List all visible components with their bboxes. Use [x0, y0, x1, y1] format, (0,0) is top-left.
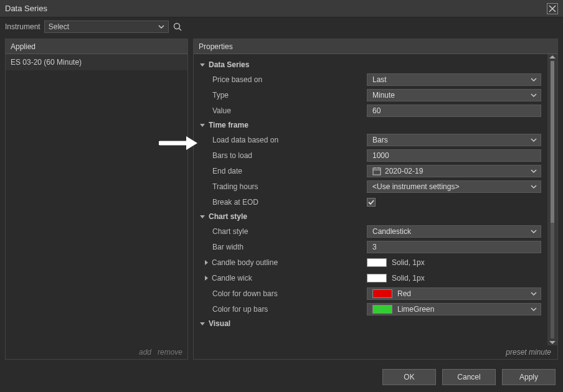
row-bar-width: Bar width 3 — [195, 239, 547, 254]
properties-body: Data Series Price based on Last Type Min… — [194, 54, 557, 345]
row-load-data-based-on: Load data based on Bars — [195, 132, 547, 147]
chevron-down-icon — [531, 306, 537, 312]
dropdown-price-based-on[interactable]: Last — [367, 73, 541, 86]
ok-button[interactable]: OK — [382, 369, 436, 385]
section-title: Time frame — [209, 121, 248, 129]
chevron-down-icon — [531, 92, 537, 98]
scroll-down-icon[interactable] — [549, 341, 556, 344]
display-candle-wick[interactable]: Solid, 1px — [367, 272, 541, 284]
applied-item[interactable]: ES 03-20 (60 Minute) — [6, 54, 187, 71]
chevron-down-icon — [531, 168, 537, 174]
properties-footer: preset minute — [194, 345, 557, 359]
input-bar-width[interactable]: 3 — [367, 241, 541, 253]
dropdown-trading-hours[interactable]: <Use instrument settings> — [367, 180, 541, 193]
search-icon[interactable] — [173, 22, 182, 32]
row-price-based-on: Price based on Last — [195, 72, 547, 87]
chevron-down-icon — [531, 291, 537, 297]
properties-scroll: Data Series Price based on Last Type Min… — [194, 54, 547, 345]
section-data-series[interactable]: Data Series — [195, 58, 547, 72]
applied-footer: add remove — [6, 345, 187, 359]
section-visual[interactable]: Visual — [195, 317, 547, 330]
check-icon — [368, 199, 374, 205]
instrument-select[interactable]: Select — [44, 21, 169, 33]
window-title: Data Series — [5, 4, 47, 13]
display-candle-body-outline[interactable]: Solid, 1px — [367, 256, 541, 269]
add-link[interactable]: add — [139, 348, 151, 357]
color-swatch — [367, 258, 387, 267]
dropdown-type[interactable]: Minute — [367, 89, 541, 101]
section-title: Visual — [209, 319, 230, 328]
close-icon — [549, 5, 556, 12]
checkbox-break-at-eod[interactable] — [367, 198, 376, 207]
properties-header: Properties — [194, 39, 557, 54]
instrument-label: Instrument — [5, 22, 40, 31]
color-swatch — [372, 289, 392, 298]
color-swatch — [372, 305, 392, 314]
chevron-down-icon — [531, 184, 537, 190]
label-color-down: Color for down bars — [197, 289, 367, 298]
label-trading-hours: Trading hours — [197, 182, 367, 191]
label-chart-style: Chart style — [197, 227, 367, 236]
applied-list: ES 03-20 (60 Minute) — [6, 54, 187, 345]
dropdown-load-data[interactable]: Bars — [367, 134, 541, 146]
row-type: Type Minute — [195, 87, 547, 103]
label-end-date: End date — [197, 167, 367, 175]
label-bar-width: Bar width — [197, 243, 367, 251]
section-title: Chart style — [209, 212, 247, 221]
section-time-frame[interactable]: Time frame — [195, 118, 547, 132]
preset-label[interactable]: preset minute — [506, 348, 551, 357]
section-chart-style[interactable]: Chart style — [195, 210, 547, 223]
apply-button[interactable]: Apply — [502, 369, 556, 385]
expand-right-icon[interactable] — [205, 276, 208, 281]
chevron-down-icon — [531, 77, 537, 83]
input-value[interactable]: 60 — [367, 105, 541, 117]
label-break-at-eod: Break at EOD — [197, 198, 367, 207]
caret-down-icon — [200, 124, 205, 127]
properties-panel: Properties Data Series Price based on La… — [193, 39, 558, 360]
dialog-buttons: OK Cancel Apply — [0, 362, 563, 392]
label-candle-body-outline: Candle body outline — [197, 258, 367, 267]
caret-down-icon — [200, 322, 205, 325]
row-candle-body-outline: Candle body outline Solid, 1px — [195, 254, 547, 270]
svg-point-0 — [174, 24, 179, 29]
dropdown-chart-style[interactable]: Candlestick — [367, 225, 541, 238]
input-bars-to-load[interactable]: 1000 — [367, 149, 541, 162]
row-color-down-bars: Color for down bars Red — [195, 286, 547, 301]
section-title: Data Series — [209, 60, 249, 69]
dropdown-color-down[interactable]: Red — [367, 287, 541, 300]
color-swatch — [367, 274, 387, 282]
instrument-row: Instrument Select — [0, 17, 563, 36]
row-chart-style: Chart style Candlestick — [195, 223, 547, 239]
row-end-date: End date 2020-02-19 — [195, 163, 547, 179]
close-button[interactable] — [547, 3, 558, 14]
row-color-up-bars: Color for up bars LimeGreen — [195, 301, 547, 317]
instrument-selected: Select — [49, 22, 69, 31]
row-bars-to-load: Bars to load 1000 — [195, 147, 547, 163]
caret-down-icon — [200, 215, 205, 218]
scroll-thumb[interactable] — [551, 61, 554, 223]
chevron-down-icon — [531, 228, 537, 235]
remove-link[interactable]: remove — [158, 348, 182, 357]
label-load-data: Load data based on — [197, 136, 367, 144]
row-value: Value 60 — [195, 103, 547, 118]
scroll-up-icon[interactable] — [549, 55, 556, 58]
main-area: Applied ES 03-20 (60 Minute) add remove … — [0, 36, 563, 360]
title-bar: Data Series — [0, 0, 563, 17]
caret-down-icon — [200, 63, 205, 67]
row-candle-wick: Candle wick Solid, 1px — [195, 270, 547, 286]
row-break-at-eod: Break at EOD — [195, 194, 547, 210]
scroll-track[interactable] — [551, 61, 554, 338]
label-price-based-on: Price based on — [197, 75, 367, 84]
label-value: Value — [197, 106, 367, 115]
chevron-down-icon — [531, 137, 537, 143]
scrollbar[interactable] — [547, 54, 557, 345]
dropdown-color-up[interactable]: LimeGreen — [367, 303, 541, 315]
chevron-down-icon — [158, 24, 164, 30]
dropdown-end-date[interactable]: 2020-02-19 — [367, 165, 541, 177]
calendar-icon — [372, 167, 381, 175]
label-bars-to-load: Bars to load — [197, 151, 367, 160]
expand-right-icon[interactable] — [205, 260, 208, 265]
cancel-button[interactable]: Cancel — [442, 369, 496, 385]
label-type: Type — [197, 91, 367, 100]
applied-panel: Applied ES 03-20 (60 Minute) add remove — [5, 39, 188, 360]
